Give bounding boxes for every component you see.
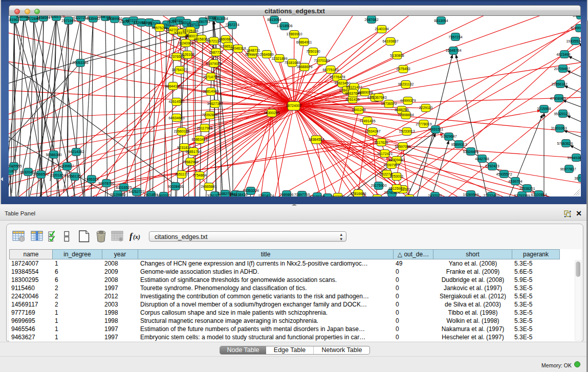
svg-text:98231132: 98231132 [398,82,414,86]
svg-text:4117625: 4117625 [375,141,388,144]
svg-text:95125977: 95125977 [388,187,404,190]
svg-text:19736572: 19736572 [381,102,397,105]
svg-text:31931511: 31931511 [428,127,444,131]
svg-text:7754864: 7754864 [192,173,206,177]
svg-text:20053346: 20053346 [72,61,88,64]
svg-text:20117988: 20117988 [197,126,213,130]
svg-text:58586340: 58586340 [46,153,61,157]
svg-text:71367643: 71367643 [371,96,386,99]
svg-text:18300295: 18300295 [264,111,279,115]
svg-text:71070189: 71070189 [314,59,330,62]
svg-text:72092888: 72092888 [202,113,217,117]
svg-text:8813054: 8813054 [434,19,448,23]
svg-text:5130808: 5130808 [390,54,404,57]
svg-text:4860684: 4860684 [219,37,232,41]
svg-text:32321899: 32321899 [271,57,287,60]
svg-text:47376585: 47376585 [168,55,184,58]
svg-text:3253031: 3253031 [389,174,403,178]
svg-text:1848731: 1848731 [246,49,260,52]
svg-text:27232410: 27232410 [483,194,499,196]
svg-text:19335534: 19335534 [566,39,581,43]
svg-text:8813054: 8813054 [267,18,281,21]
svg-text:5918715: 5918715 [573,16,581,17]
svg-text:1987737: 1987737 [209,51,223,54]
svg-text:8688755: 8688755 [395,108,408,112]
svg-text:77491435: 77491435 [359,119,375,123]
svg-text:17869910: 17869910 [286,32,302,36]
svg-text:87490893: 87490893 [571,26,581,30]
svg-text:60864911: 60864911 [296,40,312,44]
svg-text:66661351: 66661351 [67,174,82,178]
svg-text:2564689: 2564689 [259,53,273,56]
svg-text:24665841: 24665841 [201,185,216,188]
svg-text:30776478: 30776478 [329,75,345,79]
svg-text:53524491: 53524491 [463,150,478,154]
svg-text:63121477: 63121477 [346,85,362,89]
svg-text:66775103: 66775103 [322,68,338,72]
svg-text:19046318: 19046318 [230,47,246,50]
svg-text:99949389: 99949389 [567,156,581,160]
svg-text:2921859: 2921859 [144,193,158,196]
svg-text:38538251: 38538251 [519,187,535,190]
svg-text:84252722: 84252722 [128,190,144,193]
svg-text:29175900: 29175900 [371,184,386,187]
svg-text:60929647: 60929647 [441,135,456,138]
svg-text:7550190: 7550190 [306,50,320,53]
svg-text:57683626: 57683626 [557,142,573,145]
svg-text:2571945: 2571945 [61,19,75,23]
svg-text:19233013: 19233013 [399,129,415,133]
svg-text:34627347: 34627347 [207,102,223,105]
svg-text:96977837: 96977837 [560,167,576,171]
svg-text:2087682: 2087682 [364,18,378,21]
svg-text:14265799: 14265799 [48,16,64,18]
svg-text:3215958: 3215958 [537,107,551,111]
svg-text:4539704: 4539704 [508,180,522,183]
svg-text:26240908: 26240908 [178,41,193,45]
svg-text:(x): (x) [133,233,140,240]
svg-text:6007072: 6007072 [157,194,170,196]
svg-text:19384554: 19384554 [308,138,324,141]
svg-text:28814949: 28814949 [203,90,219,93]
svg-text:28566572: 28566572 [33,172,49,176]
svg-text:88461803: 88461803 [9,169,17,173]
svg-text:31682744: 31682744 [217,192,233,195]
svg-text:7089806: 7089806 [279,193,293,196]
svg-text:16648784: 16648784 [445,49,461,52]
svg-text:94214382: 94214382 [68,150,84,154]
svg-text:83793389: 83793389 [514,194,530,196]
svg-text:89978790: 89978790 [98,182,114,185]
svg-text:38688676: 38688676 [296,65,312,69]
svg-text:97225156: 97225156 [182,29,198,33]
svg-text:47816686: 47816686 [350,192,366,195]
svg-text:20709497: 20709497 [554,67,570,71]
svg-text:70897765: 70897765 [294,193,310,196]
svg-text:47308985: 47308985 [550,97,565,100]
svg-text:6292423: 6292423 [485,164,499,168]
svg-text:18313054: 18313054 [212,17,228,20]
svg-text:35714784: 35714784 [203,75,219,79]
svg-text:63100814: 63100814 [531,193,547,196]
svg-text:42138745: 42138745 [309,195,325,196]
svg-text:75181648: 75181648 [284,61,300,64]
svg-text:7357274: 7357274 [225,23,239,27]
svg-text:95899313: 95899313 [451,143,467,146]
svg-text:64634663: 64634663 [168,116,184,120]
svg-text:31831063: 31831063 [551,126,567,130]
svg-text:2375453: 2375453 [396,67,410,71]
svg-text:19289546: 19289546 [463,193,478,196]
svg-text:22660194: 22660194 [173,129,189,133]
svg-text:13218506: 13218506 [276,24,292,28]
svg-text:17634247: 17634247 [364,129,380,133]
svg-text:23556182: 23556182 [551,82,567,86]
svg-text:12614124: 12614124 [258,194,274,196]
svg-text:18724007: 18724007 [286,104,301,107]
svg-text:77898694: 77898694 [398,113,413,117]
svg-text:7350753: 7350753 [196,20,210,24]
svg-text:38754377: 38754377 [171,68,187,72]
svg-text:49823450: 49823450 [334,81,350,85]
svg-text:22201654: 22201654 [50,173,66,177]
svg-text:31172421: 31172421 [377,152,393,156]
svg-text:6261415: 6261415 [345,98,359,101]
svg-text:95320121: 95320121 [554,112,570,116]
svg-text:81979055: 81979055 [206,62,222,65]
